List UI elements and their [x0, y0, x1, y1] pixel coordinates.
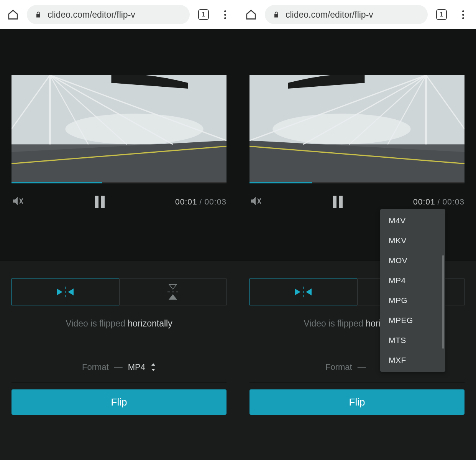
video-preview[interactable] — [249, 75, 465, 182]
url-text: clideo.com/editor/flip-v — [286, 10, 373, 20]
format-label: Format — [325, 362, 352, 372]
flip-horizontal-button[interactable] — [249, 279, 357, 305]
app-area: 00:01/00:03 V — [238, 29, 476, 460]
format-option[interactable]: MOV — [380, 251, 445, 270]
format-label: Format — [82, 362, 109, 372]
format-option[interactable]: MXF — [380, 350, 445, 370]
format-option[interactable]: MTS — [380, 330, 445, 350]
format-value: MP4 — [128, 362, 145, 372]
flip-horizontal-icon — [295, 287, 312, 297]
home-icon[interactable] — [5, 7, 21, 22]
flip-status-text: Video is flipped horizontally — [11, 318, 227, 329]
format-option[interactable]: MP4 — [380, 270, 445, 290]
lock-icon — [34, 11, 42, 18]
tab-count-badge[interactable]: 1 — [434, 7, 449, 22]
player-controls: 00:01/00:03 — [0, 183, 238, 209]
pause-button[interactable] — [95, 196, 106, 208]
url-text: clideo.com/editor/flip-v — [48, 10, 135, 20]
player-controls: 00:01/00:03 — [238, 183, 476, 209]
url-bar[interactable]: clideo.com/editor/flip-v — [27, 5, 190, 24]
mute-icon[interactable] — [249, 195, 263, 209]
flip-submit-button[interactable]: Flip — [249, 389, 465, 415]
format-option[interactable]: MPEG — [380, 310, 445, 330]
flip-vertical-button[interactable] — [119, 279, 227, 305]
screenshot-left: clideo.com/editor/flip-v 1 — [0, 0, 238, 460]
video-preview-area — [238, 29, 476, 183]
time-display: 00:01/00:03 — [413, 197, 465, 206]
dropdown-scrollbar[interactable] — [442, 255, 444, 349]
progress-bar[interactable] — [249, 182, 465, 183]
side-by-side-container: clideo.com/editor/flip-v 1 — [0, 0, 476, 460]
svg-point-5 — [272, 114, 411, 144]
tab-count-badge[interactable]: 1 — [196, 7, 211, 22]
flip-horizontal-button[interactable] — [11, 279, 119, 305]
flip-submit-button[interactable]: Flip — [11, 389, 227, 415]
browser-chrome: clideo.com/editor/flip-v 1 — [0, 0, 238, 29]
flip-vertical-icon — [167, 284, 178, 300]
sort-arrows-icon — [151, 363, 156, 371]
format-option[interactable]: M4V — [380, 211, 445, 231]
progress-bar[interactable] — [11, 182, 227, 183]
format-option[interactable]: MKV — [380, 231, 445, 251]
more-menu-icon[interactable] — [217, 7, 233, 22]
format-selector[interactable]: Format — MP4 — [11, 352, 227, 383]
mute-icon[interactable] — [11, 195, 25, 209]
format-dropdown[interactable]: M4VMKVMOVMP4MPGMPEGMTSMXF — [380, 209, 445, 372]
format-option[interactable]: MPG — [380, 290, 445, 310]
pause-button[interactable] — [333, 196, 344, 208]
video-preview-area — [0, 29, 238, 183]
lock-icon — [272, 11, 280, 18]
screenshot-right: clideo.com/editor/flip-v 1 — [238, 0, 476, 460]
app-area: 00:01/00:03 V — [0, 29, 238, 460]
url-bar[interactable]: clideo.com/editor/flip-v — [265, 5, 428, 24]
video-frame-image — [11, 75, 227, 182]
flip-horizontal-icon — [57, 287, 74, 297]
time-display: 00:01/00:03 — [175, 197, 227, 206]
video-frame-image — [249, 75, 465, 182]
more-menu-icon[interactable] — [455, 7, 471, 22]
bottom-panel: Video is flipped horizontally Format — M… — [0, 261, 238, 460]
browser-chrome: clideo.com/editor/flip-v 1 — [238, 0, 476, 29]
home-icon[interactable] — [243, 7, 259, 22]
video-preview[interactable] — [11, 75, 227, 182]
svg-point-2 — [65, 114, 204, 144]
flip-option-row — [11, 279, 227, 305]
